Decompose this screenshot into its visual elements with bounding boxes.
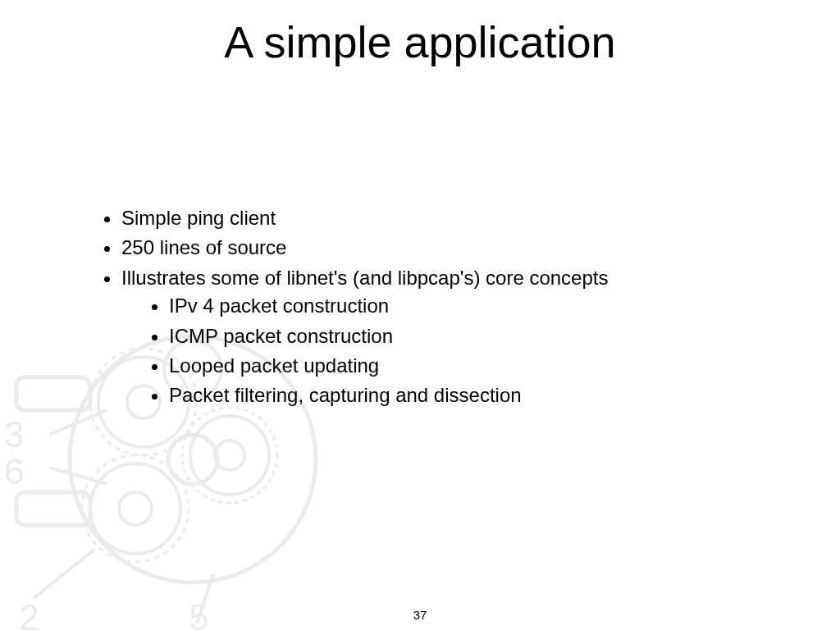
svg-point-6 xyxy=(190,416,269,495)
svg-point-5 xyxy=(119,492,152,525)
sub-bullet-item: Packet filtering, capturing and dissecti… xyxy=(169,381,608,410)
svg-point-1 xyxy=(168,435,217,484)
svg-line-14 xyxy=(49,410,107,435)
page-number: 37 xyxy=(0,608,840,622)
bullet-item: Simple ping client xyxy=(121,203,608,233)
svg-point-10 xyxy=(82,455,189,562)
bullet-text: Illustrates some of libnet's (and libpca… xyxy=(121,267,608,289)
slide-body: Simple ping client 250 lines of source I… xyxy=(98,203,608,413)
sub-bullet-item: Looped packet updating xyxy=(169,351,608,381)
slide-title: A simple application xyxy=(0,16,840,67)
bg-label-3: 3 xyxy=(4,414,24,454)
bullet-item: Illustrates some of libnet's (and libpca… xyxy=(121,263,608,413)
bullet-item: 250 lines of source xyxy=(121,233,608,262)
bg-label-6: 6 xyxy=(4,451,24,491)
svg-rect-13 xyxy=(16,492,90,525)
svg-point-7 xyxy=(215,441,244,470)
slide: 3 6 2 5 A simple application Simple ping… xyxy=(0,0,840,630)
svg-point-11 xyxy=(182,408,277,503)
sub-bullet-item: IPv 4 packet construction xyxy=(169,291,608,321)
svg-line-15 xyxy=(49,468,107,484)
svg-point-4 xyxy=(90,463,180,554)
svg-line-16 xyxy=(33,550,94,599)
svg-rect-12 xyxy=(16,377,90,410)
sub-bullet-item: ICMP packet construction xyxy=(169,322,608,351)
